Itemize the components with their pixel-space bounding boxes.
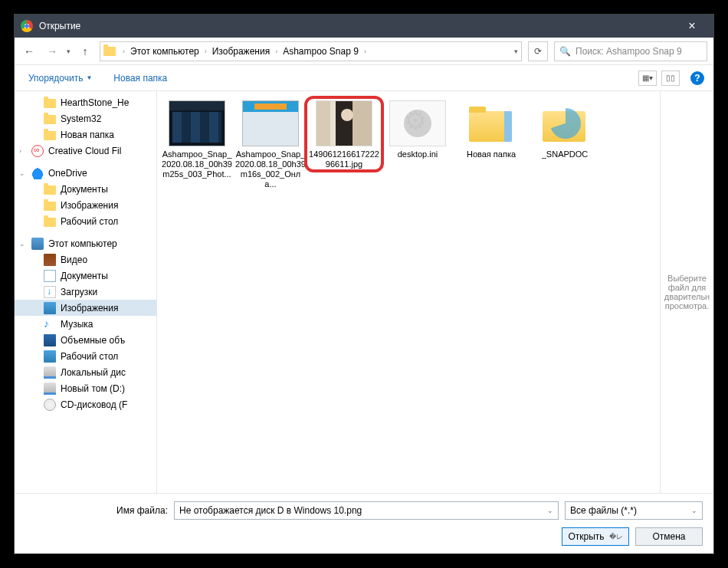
navbar: ← → ▾ ↑ › Этот компьютер › Изображения ›… [15, 38, 713, 65]
file-thumbnail [316, 100, 372, 146]
sidebar-item[interactable]: Новая папка [15, 126, 156, 143]
chevron-right-icon: › [273, 48, 280, 55]
file-item[interactable]: Ashampoo_Snap_2020.08.18_00h39m16s_002_О… [235, 100, 306, 189]
creative-cloud-icon [31, 145, 44, 157]
sidebar-item[interactable]: System32 [15, 110, 156, 126]
disk-icon [44, 382, 56, 395]
pc-icon [31, 238, 44, 250]
history-dropdown[interactable]: ▾ [67, 48, 71, 55]
open-button[interactable]: Открыть �レ [562, 527, 629, 546]
sidebar-item[interactable]: ›Creative Cloud Fil [15, 143, 156, 159]
sidebar-label: HearthStone_He [61, 97, 129, 108]
file-item[interactable]: Ashampoo_Snap_2020.08.18_00h39m25s_003_P… [162, 100, 232, 179]
file-label: Ashampoo_Snap_2020.08.18_00h39m25s_003_P… [162, 149, 232, 179]
sidebar-label: OneDrive [48, 168, 87, 179]
breadcrumb[interactable]: Ashampoo Snap 9 [281, 44, 360, 59]
refresh-button[interactable]: ⟳ [528, 41, 548, 61]
sidebar-item[interactable]: Локальный дис [15, 364, 156, 380]
sidebar-label: Объемные объ [61, 335, 125, 346]
folder-icon [44, 99, 56, 108]
chevron-down-icon[interactable]: ⌄ [691, 507, 697, 514]
organize-button[interactable]: Упорядочить ▼ [24, 70, 97, 87]
filter-value: Все файлы (*.*) [570, 505, 637, 516]
sidebar-item[interactable]: Новый том (D:) [15, 380, 156, 396]
search-placeholder: Поиск: Ashampoo Snap 9 [576, 46, 682, 57]
video-icon [44, 254, 56, 266]
preview-pane-button[interactable]: ▯▯ [661, 71, 680, 86]
open-dialog: Открытие × ← → ▾ ↑ › Этот компьютер › Из… [14, 14, 714, 554]
file-label: _SNAPDOC [542, 149, 589, 159]
sidebar-item[interactable]: HearthStone_He [15, 94, 156, 110]
sidebar-item[interactable]: Объемные объ [15, 332, 156, 348]
file-label: desktop.ini [398, 149, 438, 159]
file-label: 14906121661722296611.jpg [309, 149, 379, 169]
sidebar-item[interactable]: Документы [15, 268, 156, 284]
sidebar-label: Документы [61, 271, 108, 281]
file-label: Новая папка [467, 149, 516, 159]
file-item[interactable]: 14906121661722296611.jpg [309, 100, 379, 169]
sidebar-item[interactable]: Видео [15, 251, 156, 268]
open-label: Открыть [568, 531, 604, 542]
sidebar-item[interactable]: Загрузки [15, 284, 156, 300]
help-button[interactable]: ? [690, 71, 704, 85]
filename-value: Не отображается диск D в Windows 10.png [179, 505, 362, 516]
sidebar-label: Локальный дис [61, 367, 126, 378]
breadcrumb[interactable]: Этот компьютер [129, 44, 201, 59]
close-icon[interactable]: × [677, 15, 707, 38]
music-icon: ♪ [44, 318, 56, 330]
sidebar-item[interactable]: Рабочий стол [15, 213, 156, 229]
sidebar-label: Видео [61, 254, 87, 265]
sidebar-item[interactable]: ♪Музыка [15, 316, 156, 332]
chevron-right-icon: › [362, 48, 369, 55]
chevron-down-icon[interactable]: ▾ [514, 48, 518, 55]
file-type-filter[interactable]: Все файлы (*.*) ⌄ [565, 501, 703, 520]
breadcrumb[interactable]: Изображения [211, 44, 271, 59]
sidebar-label: System32 [61, 113, 101, 124]
file-list[interactable]: Ashampoo_Snap_2020.08.18_00h39m25s_003_P… [157, 91, 660, 493]
sidebar-item-onedrive[interactable]: ⌄OneDrive [15, 165, 156, 181]
file-item[interactable]: Новая папка [456, 100, 526, 159]
collapse-icon[interactable]: ⌄ [19, 240, 27, 248]
folder-icon [44, 202, 56, 211]
down-icon [44, 286, 56, 298]
file-thumbnail [242, 100, 299, 146]
sidebar-item-this-pc[interactable]: ⌄Этот компьютер [15, 235, 156, 251]
content-area: HearthStone_HeSystem32Новая папка›Creati… [15, 91, 713, 493]
view-mode-button[interactable]: ▦▾ [638, 71, 657, 86]
folder-icon [44, 186, 56, 195]
chevron-down-icon[interactable]: ⌄ [547, 507, 553, 514]
sidebar-item[interactable]: CD-дисковод (F [15, 396, 156, 412]
address-bar[interactable]: › Этот компьютер › Изображения › Ashampo… [100, 41, 522, 61]
file-item[interactable]: _SNAPDOC [530, 100, 600, 159]
file-thumbnail [463, 100, 520, 146]
desk-icon [44, 350, 56, 363]
caret-down-icon: �レ [609, 532, 623, 542]
toolbar: Упорядочить ▼ Новая папка ▦▾ ▯▯ ? [15, 65, 713, 91]
folder-icon [44, 131, 56, 140]
organize-label: Упорядочить [28, 73, 83, 84]
3d-icon [44, 334, 56, 346]
new-folder-button[interactable]: Новая папка [109, 70, 172, 87]
window-title: Открытие [39, 21, 677, 31]
up-button[interactable]: ↑ [77, 43, 93, 60]
forward-button[interactable]: → [44, 43, 61, 60]
filename-input[interactable]: Не отображается диск D в Windows 10.png … [174, 501, 559, 520]
file-item[interactable]: desktop.ini [382, 100, 453, 159]
sidebar-item[interactable]: Изображения [15, 300, 156, 316]
onedrive-icon [31, 167, 44, 179]
sidebar-item[interactable]: Изображения [15, 197, 156, 213]
sidebar-item[interactable]: Документы [15, 181, 156, 197]
file-label: Ashampoo_Snap_2020.08.18_00h39m16s_002_О… [235, 149, 306, 189]
titlebar: Открытие × [15, 15, 713, 38]
back-button[interactable]: ← [21, 43, 38, 60]
sidebar-label: Этот компьютер [48, 238, 117, 249]
chevron-down-icon: ▼ [86, 74, 92, 81]
file-thumbnail [389, 100, 446, 146]
sidebar-label: Загрузки [61, 287, 97, 297]
sidebar-item[interactable]: Рабочий стол [15, 348, 156, 364]
expand-icon[interactable]: › [19, 147, 27, 155]
sidebar-label: Документы [61, 184, 108, 195]
collapse-icon[interactable]: ⌄ [19, 169, 27, 177]
cancel-button[interactable]: Отмена [635, 527, 703, 546]
search-input[interactable]: 🔍 Поиск: Ashampoo Snap 9 [554, 41, 707, 61]
